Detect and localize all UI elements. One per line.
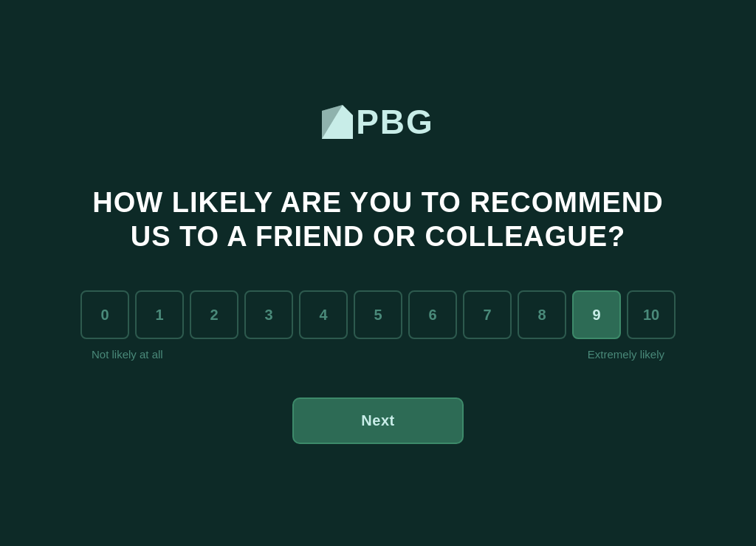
label-not-likely: Not likely at all xyxy=(92,348,163,361)
rating-btn-8[interactable]: 8 xyxy=(518,290,566,339)
rating-btn-10[interactable]: 10 xyxy=(627,290,676,339)
rating-scale: 012345678910 Not likely at all Extremely… xyxy=(90,290,666,361)
rating-btn-3[interactable]: 3 xyxy=(244,290,293,339)
rating-labels: Not likely at all Extremely likely xyxy=(90,348,666,361)
next-button[interactable]: Next xyxy=(292,397,464,444)
rating-btn-9[interactable]: 9 xyxy=(572,290,621,339)
survey-question: HOW LIKELY ARE YOU TO RECOMMEND US TO A … xyxy=(92,186,663,253)
logo-text: PBG xyxy=(356,102,434,142)
rating-btn-5[interactable]: 5 xyxy=(354,290,402,339)
logo: PBG xyxy=(322,102,434,142)
rating-btn-0[interactable]: 0 xyxy=(80,290,129,339)
rating-btn-6[interactable]: 6 xyxy=(408,290,457,339)
rating-buttons: 012345678910 xyxy=(80,290,676,339)
rating-btn-2[interactable]: 2 xyxy=(190,290,238,339)
rating-btn-7[interactable]: 7 xyxy=(463,290,512,339)
rating-btn-1[interactable]: 1 xyxy=(135,290,184,339)
rating-btn-4[interactable]: 4 xyxy=(299,290,348,339)
pbg-logo-icon xyxy=(322,105,353,139)
label-extremely-likely: Extremely likely xyxy=(588,348,664,361)
